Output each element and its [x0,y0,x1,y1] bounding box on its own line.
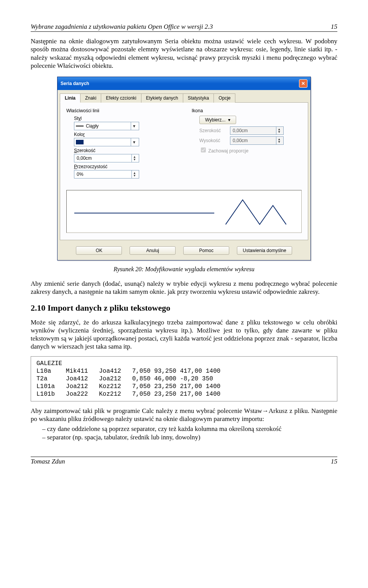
line-preview [66,190,302,233]
select-styl-value: Ciągły [86,123,99,129]
label-ikona-wys: Wysokość [199,138,226,143]
select-kolor[interactable]: ▾ [74,138,139,146]
header-page: 15 [331,23,337,31]
spinner-icon[interactable]: ▲▼ [131,170,137,178]
header-title: Wybrane zagadnienia z użytkowania pakiet… [31,23,213,31]
intro-paragraph: Następnie na oknie dialogowym zatytułowa… [31,37,337,70]
group-label-ikona: Ikona [192,108,302,113]
label-przezroczystosc: Przezroczystość [74,164,176,169]
label-kolor: Kolor [74,132,176,137]
select-styl[interactable]: Ciągły ▾ [74,122,139,130]
checkbox-zachowaj: Zachowaj proporcje [199,146,302,154]
label-ikona-szer: Szerokość [199,128,226,133]
import-options-list: czy dane oddzielone są poprzez separator… [31,425,337,441]
tab-znaki[interactable]: Znaki [80,93,101,103]
checkbox-zachowaj-input [201,147,206,152]
footer-author: Tomasz Zdun [31,458,65,465]
input-ikona-szer: ▲▼ [230,126,284,135]
paragraph-4: Aby zaimportować taki plik w programie C… [31,407,337,423]
page-header: Wybrane zagadnienia z użytkowania pakiet… [31,23,337,32]
group-ikona: Ikona Wybierz... ▾ Szerokość [192,108,302,180]
close-icon[interactable]: ✕ [299,79,307,88]
dialog-button-row: OK Anuluj Pomoc Ustawienia domyślne [58,242,310,260]
ok-button[interactable]: OK [76,246,122,255]
chevron-down-icon: ▾ [131,138,137,146]
tab-opcje[interactable]: Opcje [214,93,235,103]
spinner-icon[interactable]: ▲▼ [131,154,137,162]
color-swatch [76,140,84,144]
paragraph-2: Aby zmienić serie danych (dodać, usunąć)… [31,280,337,296]
input-szerokosc[interactable]: ▲▼ [74,154,139,162]
text-data-sample: GALEZIE L10a Mik411 Joa412 7,050 93,250 … [31,356,337,401]
tab-linia[interactable]: Linia [60,93,80,103]
input-ikona-wys: ▲▼ [230,136,284,145]
help-button[interactable]: Pomoc [183,246,229,255]
dialog-titlebar[interactable]: Seria danych ✕ [58,77,310,90]
dialog-seria-danych: Seria danych ✕ Linia Znaki Efekty czcion… [57,77,311,260]
list-item: czy dane oddzielone są poprzez separator… [42,425,337,433]
input-przezroczystosc-value[interactable] [76,171,131,177]
button-wybierz[interactable]: Wybierz... ▾ [199,116,236,124]
label-styl: Styl [74,116,176,121]
paragraph-3: Może się zdarzyć, że do arkusza kalkulac… [31,318,337,351]
label-szerokosc: Szerokość [74,148,176,153]
group-label-linii: Właściwości linii [66,108,176,113]
defaults-button[interactable]: Ustawienia domyślne [237,246,292,255]
input-szerokosc-value[interactable] [76,155,131,161]
section-heading: 2.10 Import danych z pliku tekstowego [31,303,337,313]
list-item: separator (np. spacja, tabulator, średni… [42,434,337,441]
spinner-icon: ▲▼ [276,127,282,134]
tab-pane-linia: Właściwości linii Styl Ciągły ▾ Kolor [60,102,308,240]
group-wlasciwosci-linii: Właściwości linii Styl Ciągły ▾ Kolor [66,108,176,180]
chevron-down-icon: ▾ [131,122,137,130]
input-przezroczystosc[interactable]: ▲▼ [74,170,139,179]
tab-etykiety[interactable]: Etykiety danych [141,93,183,103]
tab-strip: Linia Znaki Efekty czcionki Etykiety dan… [58,90,310,102]
cancel-button[interactable]: Anuluj [130,246,176,255]
dialog-title: Seria danych [61,81,89,86]
tab-efekty[interactable]: Efekty czcionki [101,93,141,103]
spinner-icon: ▲▼ [276,137,282,144]
line-style-swatch [76,126,84,126]
figure-caption: Rysunek 20: Modyfikowanie wygladu elemen… [31,266,337,273]
page-footer: Tomasz Zdun 15 [31,457,337,465]
footer-page: 15 [331,458,337,465]
tab-statystyka[interactable]: Statystyka [183,93,214,103]
